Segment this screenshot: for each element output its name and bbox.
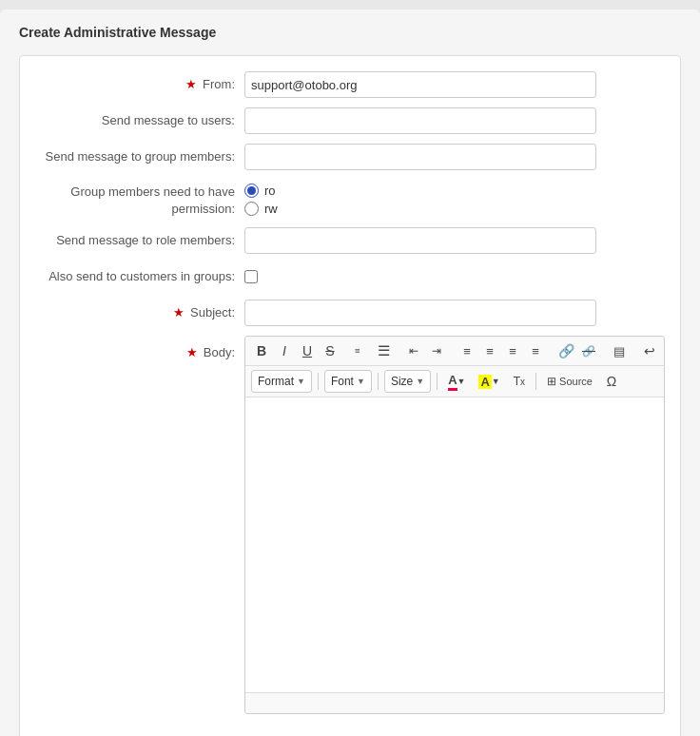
align-left-button[interactable]: ≡ bbox=[457, 340, 477, 361]
subject-label: ★ Subject: bbox=[35, 300, 244, 326]
permission-options: ro rw bbox=[244, 180, 278, 216]
subject-row: ★ Subject: bbox=[20, 300, 680, 326]
sep-font bbox=[378, 373, 379, 390]
svg-text:≡: ≡ bbox=[355, 346, 360, 357]
body-required-star: ★ bbox=[186, 345, 198, 359]
source-icon: ⊞ bbox=[547, 375, 556, 388]
size-arrow-icon: ▼ bbox=[416, 377, 424, 386]
from-row: ★ From: support@otobo.org bbox=[20, 71, 680, 98]
permission-rw-radio[interactable] bbox=[244, 202, 259, 216]
permission-label: Group members need to have permission: bbox=[35, 180, 244, 218]
font-color-button[interactable]: A ▼ bbox=[443, 371, 470, 392]
undo-button[interactable]: ↩ bbox=[639, 340, 660, 361]
permission-row: Group members need to have permission: r… bbox=[20, 180, 680, 218]
editor-container: B I U S ≡ ☰ ⇤ ⇥ bbox=[244, 336, 665, 714]
body-row: ★ Body: B I U S ≡ bbox=[20, 336, 680, 714]
subject-input[interactable] bbox=[244, 300, 596, 326]
link-button[interactable]: 🔗 bbox=[555, 340, 576, 361]
indent-button[interactable]: ⇥ bbox=[426, 340, 447, 361]
align-justify-button[interactable]: ≡ bbox=[525, 340, 546, 361]
also-send-row: Also send to customers in groups: bbox=[20, 263, 680, 290]
permission-ro-radio[interactable] bbox=[244, 184, 259, 198]
align-right-button[interactable]: ≡ bbox=[502, 340, 523, 361]
required-star: ★ bbox=[185, 77, 197, 91]
font-color-arrow-icon: ▼ bbox=[457, 377, 466, 386]
send-roles-label: Send message to role members: bbox=[35, 227, 244, 254]
toolbar-row1: B I U S ≡ ☰ ⇤ ⇥ bbox=[245, 337, 664, 366]
send-users-input[interactable] bbox=[244, 107, 596, 134]
subject-required-star: ★ bbox=[173, 305, 185, 320]
body-label: ★ Body: bbox=[35, 336, 244, 366]
highlight-arrow-icon: ▼ bbox=[492, 377, 500, 386]
editor-body[interactable] bbox=[245, 397, 664, 692]
permission-ro-label: ro bbox=[264, 184, 276, 198]
from-value: support@otobo.org bbox=[244, 71, 596, 98]
font-dropdown[interactable]: Font ▼ bbox=[324, 370, 372, 393]
page-title: Create Administrative Message bbox=[19, 25, 681, 40]
font-color-a-icon: A bbox=[448, 373, 457, 391]
send-button-container: Send bbox=[20, 724, 680, 736]
sep-format bbox=[318, 373, 319, 390]
send-groups-input[interactable] bbox=[244, 144, 596, 170]
source-button[interactable]: ⊞ Source bbox=[542, 371, 597, 392]
editor-footer bbox=[245, 692, 664, 713]
send-users-row: Send message to users: bbox=[20, 107, 680, 134]
permission-rw-label: rw bbox=[264, 202, 278, 216]
block-button[interactable]: ▤ bbox=[609, 340, 630, 361]
underline-button[interactable]: U bbox=[297, 340, 318, 361]
ordered-list-button[interactable]: ≡ bbox=[350, 340, 371, 361]
size-dropdown[interactable]: Size ▼ bbox=[384, 370, 431, 393]
toolbar-row2: Format ▼ Font ▼ Size ▼ bbox=[245, 366, 664, 397]
send-groups-label: Send message to group members: bbox=[35, 144, 244, 170]
sep-size bbox=[437, 373, 438, 390]
format-arrow-icon: ▼ bbox=[297, 377, 305, 386]
form-container: ★ From: support@otobo.org Send message t… bbox=[19, 55, 681, 736]
strikethrough-button[interactable]: S bbox=[320, 340, 340, 361]
font-arrow-icon: ▼ bbox=[357, 377, 365, 386]
source-label: Source bbox=[559, 376, 593, 387]
send-groups-row: Send message to group members: bbox=[20, 144, 680, 170]
outdent-button[interactable]: ⇤ bbox=[403, 340, 424, 361]
align-center-button[interactable]: ≡ bbox=[479, 340, 500, 361]
italic-button[interactable]: I bbox=[274, 340, 295, 361]
send-users-label: Send message to users: bbox=[35, 107, 244, 134]
sep-clear bbox=[535, 373, 536, 390]
page-container: Create Administrative Message ★ From: su… bbox=[0, 10, 700, 736]
format-dropdown[interactable]: Format ▼ bbox=[251, 370, 312, 393]
send-roles-input[interactable] bbox=[244, 227, 596, 254]
highlight-a-icon: A bbox=[478, 375, 491, 389]
highlight-button[interactable]: A ▼ bbox=[474, 371, 504, 392]
permission-ro-option[interactable]: ro bbox=[244, 184, 278, 198]
unordered-list-button[interactable]: ☰ bbox=[373, 340, 394, 361]
unlink-button[interactable]: 🔗 bbox=[578, 340, 599, 361]
bold-button[interactable]: B bbox=[251, 340, 272, 361]
from-label: ★ From: bbox=[35, 71, 244, 98]
send-roles-row: Send message to role members: bbox=[20, 227, 680, 254]
also-send-checkbox[interactable] bbox=[244, 270, 258, 283]
also-send-label: Also send to customers in groups: bbox=[35, 263, 244, 290]
omega-button[interactable]: Ω bbox=[601, 371, 622, 392]
permission-rw-option[interactable]: rw bbox=[244, 202, 278, 216]
clear-format-button[interactable]: Tx bbox=[509, 371, 530, 392]
